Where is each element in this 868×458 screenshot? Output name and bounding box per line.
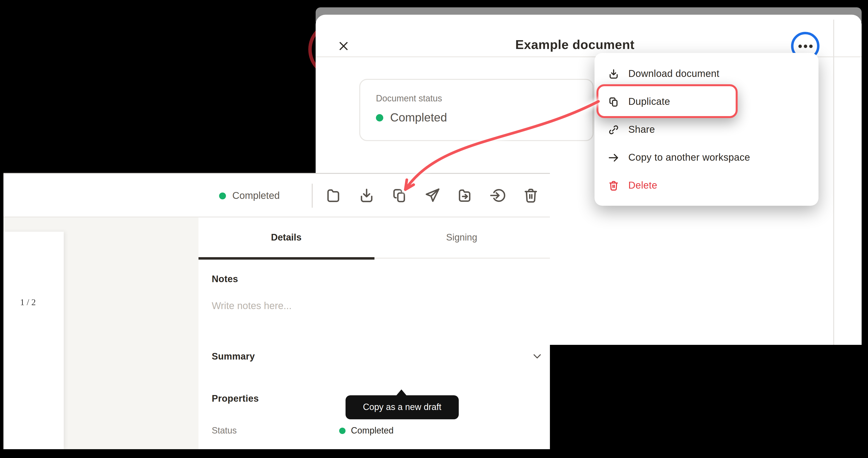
trash-icon [607, 179, 620, 192]
document-viewer: 1 / 2 [3, 218, 198, 449]
toolbar-status: Completed [219, 174, 280, 218]
send-button[interactable] [422, 174, 443, 217]
menu-item-download-document[interactable]: Download document [594, 60, 818, 88]
status-card-label: Document status [376, 94, 593, 104]
link-icon [607, 123, 620, 136]
document-window: Completed [3, 173, 550, 449]
folder-button[interactable] [323, 174, 345, 217]
duplicate-icon [607, 95, 620, 108]
menu-item-copy-to-workspace[interactable]: Copy to another workspace [594, 143, 818, 171]
notes-heading: Notes [212, 274, 238, 285]
toolbar-actions [323, 174, 541, 217]
page-title: Example document [316, 37, 834, 53]
document-toolbar: Completed [3, 174, 550, 218]
download-icon [607, 67, 620, 80]
duplicate-button[interactable] [389, 174, 410, 217]
tooltip: Copy as a new draft [345, 395, 459, 419]
sign-in-icon [489, 186, 507, 204]
sign-in-button[interactable] [487, 174, 509, 217]
menu-item-label: Copy to another workspace [628, 152, 750, 163]
download-button[interactable] [356, 174, 377, 217]
tab-details[interactable]: Details [198, 218, 374, 258]
trash-button[interactable] [520, 174, 541, 217]
menu-item-duplicate[interactable]: Duplicate [594, 88, 818, 116]
move-to-folder-button[interactable] [454, 174, 476, 217]
tooltip-text: Copy as a new draft [363, 402, 441, 413]
menu-item-share[interactable]: Share [594, 116, 818, 143]
download-icon [357, 186, 376, 204]
property-value: Completed [351, 426, 394, 436]
folder-icon [324, 186, 343, 204]
menu-item-label: Delete [628, 180, 657, 191]
menu-item-label: Share [628, 124, 655, 135]
toolbar-status-label: Completed [232, 190, 280, 201]
menu-item-label: Duplicate [628, 96, 670, 107]
tooltip-caret [396, 389, 407, 396]
notes-input[interactable]: Write notes here... [212, 300, 291, 312]
menu-item-delete[interactable]: Delete [594, 171, 818, 199]
active-tab-underline [198, 257, 374, 260]
document-status-card: Document status Completed [359, 79, 593, 141]
menu-item-label: Download document [628, 68, 719, 79]
status-dot [219, 192, 226, 199]
trash-icon [522, 186, 540, 204]
properties-heading: Properties [212, 393, 259, 404]
summary-heading: Summary [212, 351, 255, 362]
chevron-down-icon [530, 349, 544, 363]
status-dot [339, 428, 345, 434]
scrollbar-track [833, 20, 834, 345]
more-actions-menu: Download document Duplicate Share Copy t… [594, 53, 818, 206]
ellipsis-icon [798, 44, 812, 48]
send-icon [423, 186, 442, 204]
summary-collapse-toggle[interactable] [530, 349, 544, 363]
toolbar-divider [312, 184, 313, 208]
arrow-right-icon [607, 151, 620, 164]
document-page [3, 232, 64, 449]
details-tabs: Details Signing [198, 218, 550, 259]
page-indicator: 1 / 2 [3, 297, 53, 307]
property-row-status: Status Completed [212, 426, 535, 436]
status-dot [376, 114, 383, 121]
modal-titlebar: Example document [316, 15, 834, 56]
screenshot-stage: Example document Document status Complet… [0, 0, 868, 458]
status-card-value: Completed [390, 111, 447, 124]
move-to-folder-icon [456, 186, 474, 204]
tab-signing[interactable]: Signing [374, 218, 550, 258]
duplicate-icon [390, 186, 409, 204]
property-label: Status [212, 426, 339, 436]
